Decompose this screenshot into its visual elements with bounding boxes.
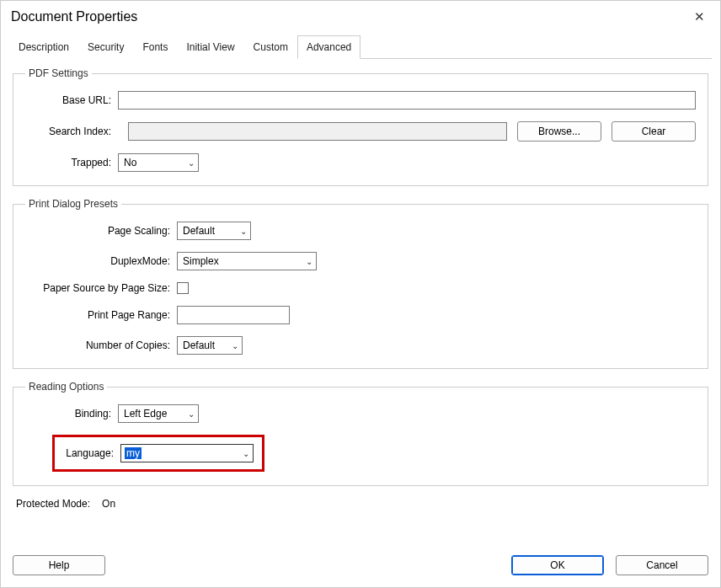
cancel-button[interactable]: Cancel: [616, 555, 708, 575]
binding-select[interactable]: Left Edge ⌄: [118, 404, 199, 423]
ok-button[interactable]: OK: [511, 555, 604, 575]
chevron-down-icon: ⌄: [232, 341, 238, 350]
print-presets-group: Print Dialog Presets Page Scaling: Defau…: [13, 198, 708, 369]
trapped-select[interactable]: No ⌄: [118, 153, 199, 172]
chevron-down-icon: ⌄: [240, 227, 247, 236]
tab-initial-view[interactable]: Initial View: [177, 35, 243, 59]
search-index-field: [128, 122, 507, 141]
page-scaling-label: Page Scaling:: [25, 225, 177, 237]
copies-value: Default: [183, 339, 215, 351]
chevron-down-icon: ⌄: [188, 409, 195, 419]
close-icon[interactable]: ✕: [689, 8, 710, 26]
tab-content: PDF Settings Base URL: Search Index: Bro…: [1, 59, 720, 518]
binding-label: Binding:: [25, 408, 118, 420]
reading-options-group: Reading Options Binding: Left Edge ⌄ Lan…: [13, 381, 708, 486]
trapped-label: Trapped:: [25, 157, 118, 168]
page-scaling-select[interactable]: Default ⌄: [177, 222, 251, 240]
window-title: Document Properties: [11, 9, 137, 24]
language-select[interactable]: my ⌄: [120, 444, 254, 462]
reading-options-legend: Reading Options: [25, 381, 107, 393]
print-presets-legend: Print Dialog Presets: [25, 198, 121, 210]
language-value: my: [125, 447, 142, 459]
protected-mode-label: Protected Mode:: [16, 498, 90, 510]
tab-strip: Description Security Fonts Initial View …: [9, 35, 712, 59]
duplex-value: Simplex: [183, 255, 219, 267]
tab-fonts[interactable]: Fonts: [133, 35, 177, 59]
duplex-label: DuplexMode:: [25, 255, 177, 267]
title-bar: Document Properties ✕: [1, 1, 720, 29]
tab-description[interactable]: Description: [9, 35, 78, 59]
protected-mode-row: Protected Mode: On: [13, 498, 708, 510]
search-index-label: Search Index:: [25, 126, 118, 137]
pdf-settings-legend: PDF Settings: [25, 67, 92, 79]
tab-security[interactable]: Security: [78, 35, 133, 59]
base-url-input[interactable]: [118, 91, 696, 110]
page-scaling-value: Default: [183, 225, 215, 237]
binding-value: Left Edge: [124, 408, 167, 420]
clear-button[interactable]: Clear: [612, 121, 696, 142]
help-button[interactable]: Help: [13, 555, 105, 575]
tab-advanced[interactable]: Advanced: [297, 35, 360, 59]
copies-select[interactable]: Default ⌄: [177, 336, 243, 355]
print-range-label: Print Page Range:: [25, 309, 177, 321]
tab-custom[interactable]: Custom: [244, 35, 297, 59]
paper-source-checkbox[interactable]: [177, 282, 189, 294]
duplex-select[interactable]: Simplex ⌄: [177, 252, 317, 270]
base-url-label: Base URL:: [25, 94, 118, 106]
protected-mode-value: On: [102, 498, 115, 510]
copies-label: Number of Copies:: [25, 339, 177, 351]
print-range-input[interactable]: [177, 306, 290, 324]
chevron-down-icon: ⌄: [243, 449, 249, 458]
chevron-down-icon: ⌄: [306, 257, 312, 266]
trapped-value: No: [124, 157, 136, 168]
chevron-down-icon: ⌄: [188, 158, 195, 168]
language-highlight: Language: my ⌄: [52, 435, 264, 472]
pdf-settings-group: PDF Settings Base URL: Search Index: Bro…: [13, 67, 708, 186]
language-label: Language:: [63, 447, 120, 459]
paper-source-label: Paper Source by Page Size:: [25, 282, 177, 294]
browse-button[interactable]: Browse...: [517, 121, 601, 142]
dialog-footer: Help OK Cancel: [1, 547, 720, 587]
